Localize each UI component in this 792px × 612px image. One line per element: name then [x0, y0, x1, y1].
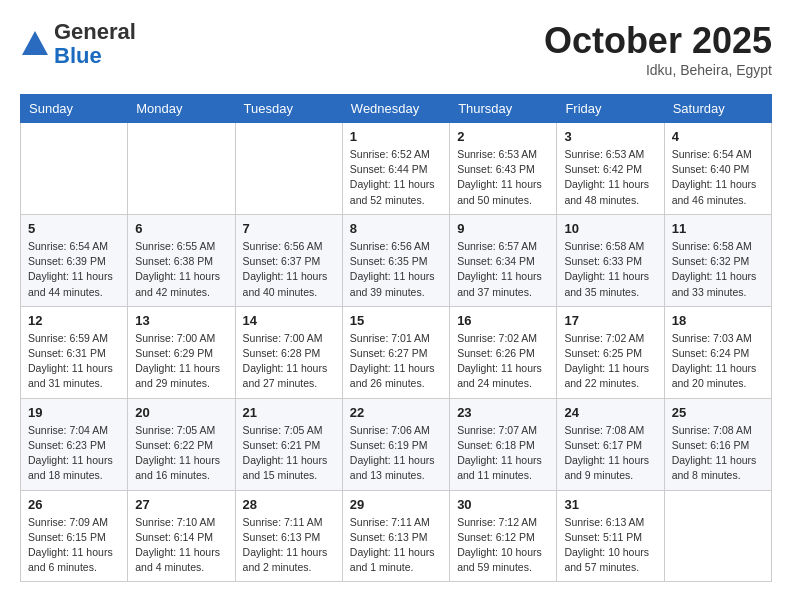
day-number: 1	[350, 129, 442, 144]
calendar-cell: 7Sunrise: 6:56 AM Sunset: 6:37 PM Daylig…	[235, 214, 342, 306]
weekday-header-cell: Thursday	[450, 95, 557, 123]
weekday-header-cell: Wednesday	[342, 95, 449, 123]
calendar-cell: 15Sunrise: 7:01 AM Sunset: 6:27 PM Dayli…	[342, 306, 449, 398]
calendar-cell: 3Sunrise: 6:53 AM Sunset: 6:42 PM Daylig…	[557, 123, 664, 215]
calendar-week-row: 12Sunrise: 6:59 AM Sunset: 6:31 PM Dayli…	[21, 306, 772, 398]
logo-icon	[20, 29, 50, 59]
day-info: Sunrise: 7:08 AM Sunset: 6:16 PM Dayligh…	[672, 423, 764, 484]
weekday-header-cell: Sunday	[21, 95, 128, 123]
day-number: 4	[672, 129, 764, 144]
day-number: 31	[564, 497, 656, 512]
calendar-cell: 22Sunrise: 7:06 AM Sunset: 6:19 PM Dayli…	[342, 398, 449, 490]
location-subtitle: Idku, Beheira, Egypt	[544, 62, 772, 78]
calendar-cell: 26Sunrise: 7:09 AM Sunset: 6:15 PM Dayli…	[21, 490, 128, 582]
day-info: Sunrise: 6:54 AM Sunset: 6:40 PM Dayligh…	[672, 147, 764, 208]
day-info: Sunrise: 6:56 AM Sunset: 6:37 PM Dayligh…	[243, 239, 335, 300]
calendar-cell: 20Sunrise: 7:05 AM Sunset: 6:22 PM Dayli…	[128, 398, 235, 490]
day-info: Sunrise: 6:54 AM Sunset: 6:39 PM Dayligh…	[28, 239, 120, 300]
calendar-cell: 6Sunrise: 6:55 AM Sunset: 6:38 PM Daylig…	[128, 214, 235, 306]
day-info: Sunrise: 7:05 AM Sunset: 6:21 PM Dayligh…	[243, 423, 335, 484]
day-info: Sunrise: 7:04 AM Sunset: 6:23 PM Dayligh…	[28, 423, 120, 484]
calendar-cell: 11Sunrise: 6:58 AM Sunset: 6:32 PM Dayli…	[664, 214, 771, 306]
day-number: 5	[28, 221, 120, 236]
day-number: 23	[457, 405, 549, 420]
calendar-cell: 21Sunrise: 7:05 AM Sunset: 6:21 PM Dayli…	[235, 398, 342, 490]
day-number: 24	[564, 405, 656, 420]
day-number: 22	[350, 405, 442, 420]
day-number: 2	[457, 129, 549, 144]
calendar-cell: 1Sunrise: 6:52 AM Sunset: 6:44 PM Daylig…	[342, 123, 449, 215]
day-info: Sunrise: 7:09 AM Sunset: 6:15 PM Dayligh…	[28, 515, 120, 576]
day-info: Sunrise: 6:57 AM Sunset: 6:34 PM Dayligh…	[457, 239, 549, 300]
calendar-cell: 23Sunrise: 7:07 AM Sunset: 6:18 PM Dayli…	[450, 398, 557, 490]
calendar-cell	[235, 123, 342, 215]
day-number: 28	[243, 497, 335, 512]
day-number: 16	[457, 313, 549, 328]
calendar-cell: 19Sunrise: 7:04 AM Sunset: 6:23 PM Dayli…	[21, 398, 128, 490]
day-number: 25	[672, 405, 764, 420]
calendar-cell: 31Sunrise: 6:13 AM Sunset: 5:11 PM Dayli…	[557, 490, 664, 582]
calendar-week-row: 5Sunrise: 6:54 AM Sunset: 6:39 PM Daylig…	[21, 214, 772, 306]
calendar-cell: 4Sunrise: 6:54 AM Sunset: 6:40 PM Daylig…	[664, 123, 771, 215]
day-number: 19	[28, 405, 120, 420]
day-number: 9	[457, 221, 549, 236]
weekday-header-cell: Friday	[557, 95, 664, 123]
calendar-cell: 29Sunrise: 7:11 AM Sunset: 6:13 PM Dayli…	[342, 490, 449, 582]
calendar-week-row: 1Sunrise: 6:52 AM Sunset: 6:44 PM Daylig…	[21, 123, 772, 215]
day-number: 26	[28, 497, 120, 512]
day-info: Sunrise: 7:00 AM Sunset: 6:29 PM Dayligh…	[135, 331, 227, 392]
day-info: Sunrise: 7:03 AM Sunset: 6:24 PM Dayligh…	[672, 331, 764, 392]
day-info: Sunrise: 6:13 AM Sunset: 5:11 PM Dayligh…	[564, 515, 656, 576]
weekday-header-cell: Tuesday	[235, 95, 342, 123]
day-number: 17	[564, 313, 656, 328]
logo-text: General Blue	[54, 20, 136, 68]
logo-general: General	[54, 19, 136, 44]
calendar-cell: 30Sunrise: 7:12 AM Sunset: 6:12 PM Dayli…	[450, 490, 557, 582]
day-info: Sunrise: 6:53 AM Sunset: 6:43 PM Dayligh…	[457, 147, 549, 208]
day-number: 14	[243, 313, 335, 328]
weekday-header-cell: Monday	[128, 95, 235, 123]
day-number: 7	[243, 221, 335, 236]
calendar-week-row: 26Sunrise: 7:09 AM Sunset: 6:15 PM Dayli…	[21, 490, 772, 582]
day-number: 8	[350, 221, 442, 236]
calendar-cell: 9Sunrise: 6:57 AM Sunset: 6:34 PM Daylig…	[450, 214, 557, 306]
day-info: Sunrise: 6:58 AM Sunset: 6:32 PM Dayligh…	[672, 239, 764, 300]
day-number: 11	[672, 221, 764, 236]
day-info: Sunrise: 7:08 AM Sunset: 6:17 PM Dayligh…	[564, 423, 656, 484]
calendar-cell	[128, 123, 235, 215]
logo-blue: Blue	[54, 43, 102, 68]
weekday-header-cell: Saturday	[664, 95, 771, 123]
calendar-cell: 16Sunrise: 7:02 AM Sunset: 6:26 PM Dayli…	[450, 306, 557, 398]
calendar-body: 1Sunrise: 6:52 AM Sunset: 6:44 PM Daylig…	[21, 123, 772, 582]
day-number: 15	[350, 313, 442, 328]
calendar-cell: 28Sunrise: 7:11 AM Sunset: 6:13 PM Dayli…	[235, 490, 342, 582]
calendar-cell: 17Sunrise: 7:02 AM Sunset: 6:25 PM Dayli…	[557, 306, 664, 398]
calendar-cell	[664, 490, 771, 582]
day-info: Sunrise: 7:11 AM Sunset: 6:13 PM Dayligh…	[350, 515, 442, 576]
day-number: 20	[135, 405, 227, 420]
day-info: Sunrise: 6:56 AM Sunset: 6:35 PM Dayligh…	[350, 239, 442, 300]
calendar-cell: 18Sunrise: 7:03 AM Sunset: 6:24 PM Dayli…	[664, 306, 771, 398]
day-info: Sunrise: 7:05 AM Sunset: 6:22 PM Dayligh…	[135, 423, 227, 484]
day-number: 13	[135, 313, 227, 328]
day-number: 6	[135, 221, 227, 236]
calendar-cell: 8Sunrise: 6:56 AM Sunset: 6:35 PM Daylig…	[342, 214, 449, 306]
calendar-cell: 5Sunrise: 6:54 AM Sunset: 6:39 PM Daylig…	[21, 214, 128, 306]
day-number: 21	[243, 405, 335, 420]
page-header: General Blue October 2025 Idku, Beheira,…	[20, 20, 772, 78]
calendar-cell: 12Sunrise: 6:59 AM Sunset: 6:31 PM Dayli…	[21, 306, 128, 398]
day-info: Sunrise: 6:58 AM Sunset: 6:33 PM Dayligh…	[564, 239, 656, 300]
day-info: Sunrise: 6:59 AM Sunset: 6:31 PM Dayligh…	[28, 331, 120, 392]
day-number: 29	[350, 497, 442, 512]
logo: General Blue	[20, 20, 136, 68]
calendar-cell: 25Sunrise: 7:08 AM Sunset: 6:16 PM Dayli…	[664, 398, 771, 490]
day-info: Sunrise: 7:02 AM Sunset: 6:25 PM Dayligh…	[564, 331, 656, 392]
calendar-cell: 14Sunrise: 7:00 AM Sunset: 6:28 PM Dayli…	[235, 306, 342, 398]
weekday-header-row: SundayMondayTuesdayWednesdayThursdayFrid…	[21, 95, 772, 123]
month-title: October 2025	[544, 20, 772, 62]
day-info: Sunrise: 7:10 AM Sunset: 6:14 PM Dayligh…	[135, 515, 227, 576]
day-info: Sunrise: 7:12 AM Sunset: 6:12 PM Dayligh…	[457, 515, 549, 576]
day-info: Sunrise: 6:55 AM Sunset: 6:38 PM Dayligh…	[135, 239, 227, 300]
calendar-cell: 10Sunrise: 6:58 AM Sunset: 6:33 PM Dayli…	[557, 214, 664, 306]
day-number: 30	[457, 497, 549, 512]
